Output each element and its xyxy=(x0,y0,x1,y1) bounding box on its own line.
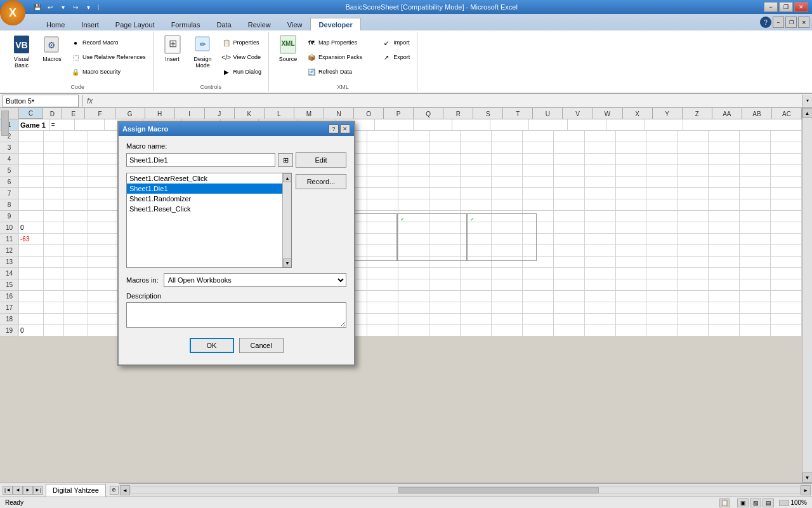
list-item-die1[interactable]: Sheet1.Die1 xyxy=(127,184,282,194)
cancel-button[interactable]: Cancel xyxy=(239,338,284,353)
record-button[interactable]: Record... xyxy=(296,174,346,189)
list-item-reset-click[interactable]: Sheet1.Reset_Click xyxy=(127,204,282,214)
description-textarea[interactable] xyxy=(126,302,346,328)
dialog-titlebar: Assign Macro ? ✕ xyxy=(119,122,354,136)
side-buttons: Record... xyxy=(296,173,346,268)
macro-list[interactable]: Sheet1.ClearReset_Click Sheet1.Die1 Shee… xyxy=(127,173,282,268)
macro-name-label: Macro name: xyxy=(126,142,346,150)
list-item-clearreset[interactable]: Sheet1.ClearReset_Click xyxy=(127,173,282,184)
assign-macro-dialog: Assign Macro ? ✕ Macro name: ⊞ Edit xyxy=(117,121,355,366)
dialog-help-button[interactable]: ? xyxy=(329,124,339,133)
browse-button[interactable]: ⊞ xyxy=(278,153,293,167)
macros-in-select[interactable]: All Open Workbooks This Workbook xyxy=(164,273,346,287)
list-scroll-up[interactable]: ▲ xyxy=(283,173,292,182)
macros-in-label: Macros in: xyxy=(126,276,159,284)
list-scroll-down[interactable]: ▼ xyxy=(283,258,292,267)
ok-button[interactable]: OK xyxy=(190,338,234,353)
dialog-footer: OK Cancel xyxy=(126,335,346,358)
list-scrollbar[interactable]: ▲ ▼ xyxy=(282,173,291,267)
dialog-close-button[interactable]: ✕ xyxy=(340,124,350,133)
list-item-randomizer[interactable]: Sheet1.Randomizer xyxy=(127,194,282,204)
macro-list-container: Sheet1.ClearReset_Click Sheet1.Die1 Shee… xyxy=(126,173,292,268)
dialog-title: Assign Macro xyxy=(122,125,168,133)
dialog-overlay: Assign Macro ? ✕ Macro name: ⊞ Edit xyxy=(0,0,812,508)
description-label: Description xyxy=(126,292,346,300)
macro-name-input[interactable] xyxy=(126,153,275,167)
edit-button[interactable]: Edit xyxy=(296,152,346,168)
